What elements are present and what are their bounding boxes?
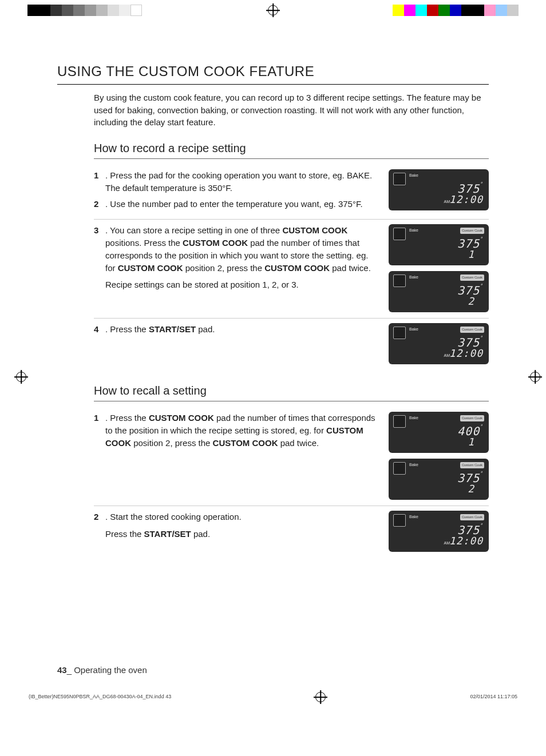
step-item: 2. Use the number pad to enter the tempe…: [94, 198, 377, 210]
oven-mode-label: Bake: [409, 462, 418, 468]
step-number: 2: [94, 198, 105, 210]
oven-clock: 12:00: [449, 346, 483, 361]
page-title: USING THE CUSTOM COOK FEATURE: [57, 62, 489, 85]
oven-position: 2: [468, 482, 474, 496]
step-text: . You can store a recipe setting in one …: [105, 224, 377, 274]
oven-icon: [393, 274, 406, 287]
grayscale-swatches: [27, 5, 142, 16]
oven-display: Bake Custom Cook 375° AM 12:00: [389, 511, 489, 552]
oven-display: Bake Custom Cook 375° 2: [389, 459, 489, 500]
oven-icon: [393, 228, 406, 240]
oven-icon: [393, 462, 406, 475]
step-item: 4 . Press the START/SET pad.: [94, 323, 377, 336]
oven-icon: [393, 415, 406, 428]
step-number: 1: [94, 412, 105, 449]
step-row: 3 . You can store a recipe setting in on…: [94, 219, 489, 318]
step-item: 1 . Press the CUSTOM COOK pad the number…: [94, 412, 377, 449]
step-text: . Press the CUSTOM COOK pad the number o…: [105, 412, 377, 449]
oven-display: Bake Custom Cook 375° AM 12:00: [389, 323, 489, 364]
record-steps: 1. Press the pad for the cooking operati…: [94, 165, 489, 370]
document-meta-footer: (IB_Better)NE595N0PBSR_AA_DG68-00430A-04…: [29, 692, 517, 702]
oven-display: Bake 375° AM 12:00: [389, 169, 489, 210]
step-row: 1. Press the pad for the cooking operati…: [94, 165, 489, 219]
color-swatches: [393, 5, 519, 16]
section-heading-record: How to record a recipe setting: [94, 140, 489, 159]
doc-timestamp: 02/01/2014 11:17:05: [470, 693, 517, 701]
recall-steps: 1 . Press the CUSTOM COOK pad the number…: [94, 407, 489, 558]
oven-position: 2: [468, 294, 474, 309]
print-registration-bar: [0, 5, 546, 22]
step-row: 4 . Press the START/SET pad. Bake Custom…: [94, 318, 489, 370]
oven-mode-label: Bake: [409, 228, 418, 233]
step-text: . Start the stored cooking operation.: [105, 511, 242, 523]
oven-position: 1: [468, 435, 474, 449]
step-subtext: Press the START/SET pad.: [105, 528, 377, 540]
oven-badge: Custom Cook: [460, 327, 484, 333]
oven-mode-label: Bake: [409, 415, 418, 421]
oven-display: Bake Custom Cook 400° 1: [389, 412, 489, 453]
oven-badge: Custom Cook: [460, 462, 484, 468]
step-text: . Press the START/SET pad.: [105, 323, 215, 336]
oven-badge: Custom Cook: [460, 415, 484, 421]
oven-mode-label: Bake: [409, 274, 418, 280]
oven-badge: Custom Cook: [460, 274, 484, 281]
oven-badge: Custom Cook: [460, 228, 484, 234]
oven-display: Bake Custom Cook 375° 2: [389, 271, 489, 312]
oven-clock: 12:00: [449, 192, 483, 207]
step-number: 4: [94, 323, 105, 336]
oven-mode-label: Bake: [409, 173, 418, 178]
section-name: Operating the oven: [72, 665, 147, 675]
step-text: . Use the number pad to enter the temper…: [105, 198, 363, 210]
doc-filename: (IB_Better)NE595N0PBSR_AA_DG68-00430A-04…: [29, 693, 171, 701]
step-subtext: Recipe settings can be stored at positio…: [105, 278, 377, 291]
step-number: 3: [94, 224, 105, 274]
step-number: 1: [94, 169, 105, 194]
registration-mark-icon: [315, 692, 326, 702]
oven-position: 1: [468, 247, 474, 262]
oven-icon: [393, 173, 406, 185]
step-item: 3 . You can store a recipe setting in on…: [94, 224, 377, 274]
page-content: USING THE CUSTOM COOK FEATURE By using t…: [0, 22, 546, 725]
oven-clock: 12:00: [449, 534, 483, 548]
section-heading-recall: How to recall a setting: [94, 383, 489, 401]
step-text: . Press the pad for the cooking operatio…: [105, 169, 377, 194]
oven-mode-label: Bake: [409, 514, 418, 520]
step-item: 1. Press the pad for the cooking operati…: [94, 169, 377, 194]
intro-paragraph: By using the custom cook feature, you ca…: [94, 91, 489, 129]
step-number: 2: [94, 511, 105, 523]
step-row: 1 . Press the CUSTOM COOK pad the number…: [94, 407, 489, 506]
oven-badge: Custom Cook: [460, 514, 484, 520]
oven-icon: [393, 514, 406, 527]
step-row: 2. Start the stored cooking operation. P…: [94, 506, 489, 558]
page-footer: 43_ Operating the oven: [57, 664, 147, 677]
registration-mark-icon: [268, 5, 278, 15]
step-item: 2. Start the stored cooking operation.: [94, 511, 377, 523]
oven-mode-label: Bake: [409, 327, 418, 332]
oven-display: Bake Custom Cook 375° 1: [389, 224, 489, 265]
page-number: 43: [57, 665, 67, 675]
oven-icon: [393, 327, 406, 339]
